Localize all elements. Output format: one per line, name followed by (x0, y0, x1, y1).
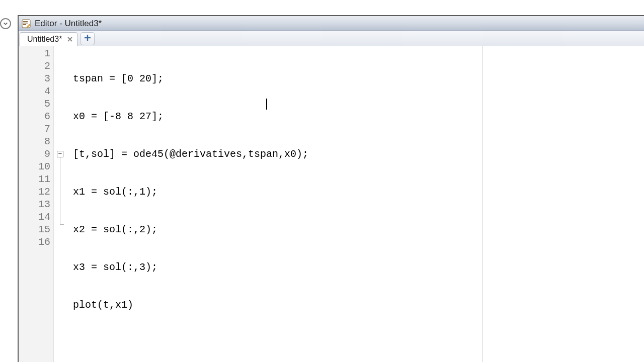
fold-gutter: − (54, 46, 71, 362)
editor-right-margin (483, 46, 644, 362)
fold-toggle-icon[interactable]: − (57, 151, 63, 157)
editor-body: 12345678910111213141516 − tspan = [0 20]… (19, 46, 644, 362)
panel-expand-knob[interactable] (0, 18, 11, 29)
new-tab-button[interactable] (80, 32, 95, 45)
editor-app-icon (22, 19, 31, 28)
plus-icon (84, 34, 91, 43)
code-line: x2 = sol(:,2); (73, 224, 157, 235)
code-area[interactable]: tspan = [0 20]; x0 = [-8 8 27]; [t,sol] … (71, 46, 483, 362)
code-line: tspan = [0 20]; (73, 73, 164, 84)
line-number: 16 (19, 236, 50, 248)
tab-strip: Untitled3* (19, 31, 644, 46)
line-number: 6 (19, 110, 50, 123)
tab-untitled3[interactable]: Untitled3* (20, 32, 77, 46)
code-line: x0 = [-8 8 27]; (73, 111, 164, 122)
line-number: 14 (19, 211, 50, 223)
line-number-gutter: 12345678910111213141516 (19, 46, 54, 362)
text-caret (266, 99, 267, 110)
line-number: 7 (19, 123, 50, 135)
title-bar: Editor - Untitled3* (19, 16, 644, 31)
window-title: Editor - Untitled3* (35, 19, 102, 29)
line-number: 3 (19, 72, 50, 85)
line-number: 13 (19, 198, 50, 211)
line-number: 1 (19, 47, 50, 60)
line-number: 12 (19, 186, 50, 198)
code-line: x1 = sol(:,1); (73, 186, 157, 198)
editor-window: Editor - Untitled3* Untitled3* 123456789… (18, 15, 644, 362)
chevron-down-icon (3, 19, 8, 28)
line-number: 2 (19, 60, 50, 72)
code-line: plot(t,x1) (73, 299, 133, 311)
line-number: 15 (19, 223, 50, 236)
code-line: x3 = sol(:,3); (73, 261, 157, 273)
line-number: 9 (19, 148, 50, 160)
line-number: 5 (19, 98, 50, 110)
code-line: [t,sol] = ode45(@derivatives,tspan,x0); (73, 148, 308, 160)
svg-rect-2 (23, 23, 28, 24)
close-tab-icon[interactable] (66, 35, 74, 43)
line-number: 10 (19, 160, 50, 173)
svg-rect-1 (23, 21, 28, 22)
line-number: 11 (19, 173, 50, 186)
tab-label: Untitled3* (27, 35, 62, 44)
line-number: 8 (19, 135, 50, 148)
line-number: 4 (19, 85, 50, 98)
svg-rect-3 (23, 24, 26, 25)
